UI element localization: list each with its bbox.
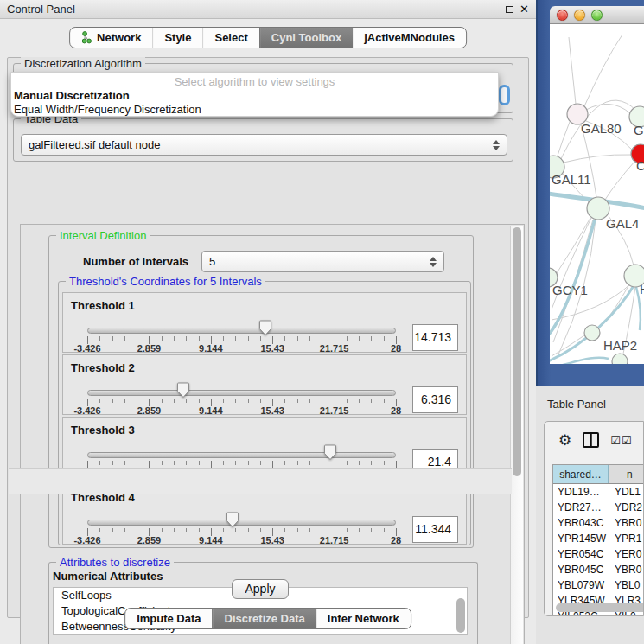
slider-tick-label: 9.144 xyxy=(199,405,223,416)
slider-tick-label: 15.43 xyxy=(260,405,284,416)
slider-tick-label: -3.426 xyxy=(73,535,100,545)
algorithm-dropdown-popup: Select algorithm to view settings Manual… xyxy=(10,72,499,117)
slider-tick-label: 28 xyxy=(391,343,401,354)
number-of-intervals-label: Number of Intervals xyxy=(83,255,188,268)
horizontal-scrollbar-thumb[interactable] xyxy=(556,603,643,612)
slider-handle-icon[interactable] xyxy=(258,320,272,336)
tab-network-label: Network xyxy=(97,31,141,44)
cell-name[interactable]: YDR2 xyxy=(609,500,643,515)
tab-style-label: Style xyxy=(164,31,191,44)
cell-shared-name[interactable]: YPR145W xyxy=(553,531,609,546)
table-data-group: Table Data galFiltered.sif default node xyxy=(13,118,513,162)
cell-shared-name[interactable]: YDL19… xyxy=(553,484,609,500)
column-header-shared-name[interactable]: shared… xyxy=(553,465,609,483)
threshold-value-field[interactable]: 14.713 xyxy=(412,324,458,351)
slider-tick-label: 15.43 xyxy=(260,343,284,354)
close-icon[interactable]: ✕ xyxy=(520,3,529,15)
number-of-intervals-combobox[interactable]: 5 xyxy=(201,251,444,272)
tab-infer-network-label: Infer Network xyxy=(328,612,399,625)
tab-cyni-toolbox[interactable]: Cyni Toolbox xyxy=(259,28,353,48)
slider-handle-icon[interactable] xyxy=(323,444,337,461)
tab-select[interactable]: Select xyxy=(202,28,258,48)
threshold-slider[interactable] xyxy=(87,520,396,526)
attributes-group-title: Attributes to discretize xyxy=(56,556,174,569)
threshold-slider[interactable] xyxy=(87,390,396,396)
table-panel: ⚙ ☑☑ shared… n YDL19…YDL1YDR27…YDR2YBR04… xyxy=(544,421,644,616)
table-row[interactable]: YDL19…YDL1 xyxy=(553,484,643,500)
number-of-intervals-value: 5 xyxy=(209,255,215,268)
tab-discretize-data[interactable]: Discretize Data xyxy=(213,609,316,628)
column-split-icon[interactable] xyxy=(583,432,599,448)
cell-shared-name[interactable]: YDR27… xyxy=(553,500,609,515)
column-header-name[interactable]: n xyxy=(609,465,643,483)
apply-row xyxy=(9,468,512,494)
network-window-titlebar[interactable] xyxy=(550,6,644,24)
network-node-label: GAL11 xyxy=(552,172,591,187)
cell-name[interactable]: YDL1 xyxy=(609,484,643,500)
tab-jactivemnodules-label: jActiveMNodules xyxy=(364,31,455,44)
network-view-canvas[interactable]: GAL80GCGAL11GAL4GCY1HHAP2 xyxy=(550,24,644,364)
slider-handle-icon[interactable] xyxy=(226,512,239,528)
minimize-traffic-light-icon[interactable] xyxy=(574,10,585,21)
cell-shared-name[interactable]: YER054C xyxy=(553,546,609,562)
scrollbar-thumb[interactable] xyxy=(513,227,521,476)
slider-handle-icon[interactable] xyxy=(176,382,190,399)
dropdown-option-manual[interactable]: Manual Discretization xyxy=(11,89,498,103)
cell-shared-name[interactable]: YBR045C xyxy=(553,562,609,577)
tab-impute-data[interactable]: Impute Data xyxy=(125,609,212,628)
table-row[interactable]: YER054CYER0 xyxy=(553,546,643,562)
float-window-icon[interactable] xyxy=(506,6,513,13)
slider-tick-label: 2.859 xyxy=(137,343,162,354)
control-panel-title: Control Panel xyxy=(7,3,75,16)
tab-select-label: Select xyxy=(214,31,247,44)
network-node[interactable] xyxy=(612,354,628,364)
control-panel: Control Panel ✕ Network Style Select Cyn… xyxy=(0,0,536,644)
threshold-slider[interactable] xyxy=(87,452,396,458)
zoom-traffic-light-icon[interactable] xyxy=(591,10,603,21)
slider-tick-label: 9.144 xyxy=(199,343,223,354)
threshold-slider[interactable] xyxy=(87,328,396,334)
settings-scrollbar[interactable] xyxy=(510,226,523,644)
slider-tick-label: 28 xyxy=(391,535,401,545)
table-header-row: shared… n xyxy=(553,465,643,484)
thresholds-group-title: Threshold's Coordinates for 5 Intervals xyxy=(66,275,265,288)
cell-name[interactable]: YBL0 xyxy=(609,577,643,593)
threshold-value-field[interactable]: 11.344 xyxy=(412,516,458,543)
thresholds-group: Threshold's Coordinates for 5 Intervals … xyxy=(58,281,471,545)
table-data-combobox[interactable]: galFiltered.sif default node xyxy=(21,134,507,156)
cell-name[interactable]: YER0 xyxy=(609,546,643,562)
cell-name[interactable]: YPR1 xyxy=(609,531,643,546)
cell-shared-name[interactable]: YBL079W xyxy=(553,577,609,593)
table-row[interactable]: YDR27…YDR2 xyxy=(553,500,643,515)
threshold-value-field[interactable]: 6.316 xyxy=(412,386,458,413)
cell-shared-name[interactable]: YBR043C xyxy=(553,515,609,531)
threshold-panel: Threshold 1 -3.4262.8599.14415.4321.7152… xyxy=(62,292,467,353)
node-table: shared… n YDL19…YDL1YDR27…YDR2YBR043CYBR… xyxy=(552,464,643,615)
tab-discretize-data-label: Discretize Data xyxy=(225,612,305,625)
node-table-body: YDL19…YDL1YDR27…YDR2YBR043CYBR0YPR145WYP… xyxy=(553,484,643,615)
tab-style[interactable]: Style xyxy=(152,28,202,48)
tab-network[interactable]: Network xyxy=(70,28,152,48)
table-row[interactable]: YBL079WYBL0 xyxy=(553,577,643,593)
cell-name[interactable]: YBR0 xyxy=(609,515,643,531)
network-node[interactable] xyxy=(584,325,600,341)
table-row[interactable]: YBR043CYBR0 xyxy=(553,515,643,531)
slider-tick-label: -3.426 xyxy=(73,405,100,416)
tab-infer-network[interactable]: Infer Network xyxy=(316,609,411,628)
dropdown-option-equal-width[interactable]: Equal Width/Frequency Discretization xyxy=(11,103,498,117)
close-traffic-light-icon[interactable] xyxy=(557,10,568,21)
attributes-group: Attributes to discretize Numerical Attri… xyxy=(48,562,478,644)
gear-icon[interactable]: ⚙ xyxy=(558,433,571,448)
cyni-toolbox-panel: Discretization Algorithm Table Data galF… xyxy=(7,57,529,618)
checkbox-columns-icon[interactable]: ☑☑ xyxy=(610,434,632,447)
list-scrollbar[interactable] xyxy=(456,598,465,633)
tab-impute-data-label: Impute Data xyxy=(137,612,201,625)
apply-button[interactable]: Apply xyxy=(232,579,289,599)
cell-name[interactable]: YBR0 xyxy=(609,562,643,577)
table-row[interactable]: YPR145WYPR1 xyxy=(553,531,643,546)
slider-tick-labels: -3.4262.8599.14415.4321.71528 xyxy=(87,343,396,354)
tab-jactivemnodules[interactable]: jActiveMNodules xyxy=(353,28,466,48)
table-row[interactable]: YBR045CYBR0 xyxy=(553,562,643,577)
algorithm-combobox-focus-ring[interactable] xyxy=(499,85,510,105)
dropdown-hint: Select algorithm to view settings xyxy=(11,73,498,89)
